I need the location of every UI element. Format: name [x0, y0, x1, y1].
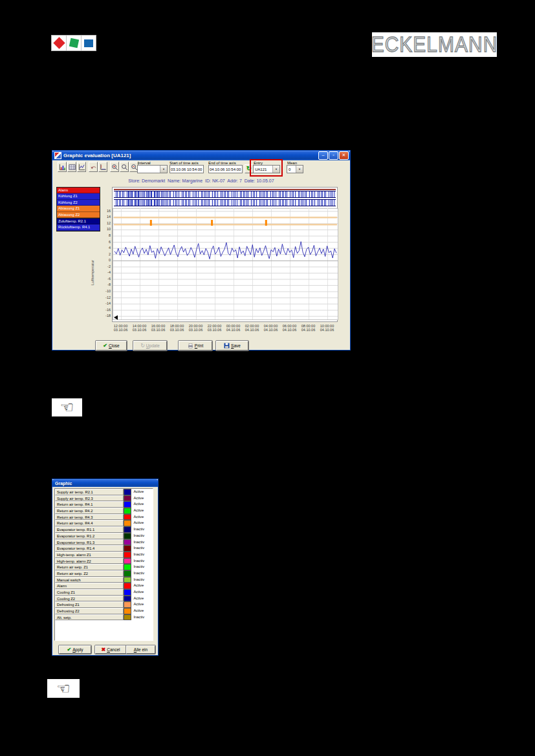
- close-icon[interactable]: ✕: [339, 151, 349, 160]
- axis-button[interactable]: [98, 162, 107, 172]
- end-time-value: 04.10.06 10:54:00: [210, 167, 241, 171]
- signal-color-swatch[interactable]: [124, 539, 132, 546]
- apply-button[interactable]: ✔Apply: [59, 645, 91, 654]
- signal-color-swatch[interactable]: [124, 558, 132, 565]
- signal-color-swatch[interactable]: [124, 583, 132, 589]
- refresh-button[interactable]: ↻: [245, 164, 254, 173]
- signal-label-button[interactable]: Return air setp. Z2: [55, 570, 124, 577]
- signal-label-button[interactable]: Evaporator temp. R1.2: [55, 533, 124, 539]
- signal-color-swatch[interactable]: [124, 577, 132, 583]
- signal-status: Active: [131, 583, 153, 589]
- undo-button[interactable]: [89, 162, 98, 172]
- window-titlebar[interactable]: Graphic: [52, 479, 158, 487]
- chart-toolbar: [58, 162, 139, 173]
- signal-label-button[interactable]: Cooling Z2: [55, 596, 124, 602]
- y-axis-ticks: 1614121086420-2-4-6-8-10-12-14-16-18: [98, 187, 111, 322]
- mean-select[interactable]: 0 ▼: [287, 165, 303, 173]
- signal-row: Defrosting Z1Active: [55, 601, 153, 608]
- signal-color-swatch[interactable]: [124, 495, 132, 502]
- y-tick-label: -6: [98, 277, 111, 281]
- signal-color-swatch[interactable]: [124, 508, 132, 514]
- entry-select[interactable]: UA121 ▼: [253, 165, 280, 173]
- x-tick-label: 16:00:0003.10.06: [149, 324, 168, 332]
- signal-row: Return air setp. Z2Inactiv: [55, 570, 153, 577]
- signal-color-swatch[interactable]: [124, 564, 132, 570]
- signal-label-button[interactable]: Return air setp. Z1: [55, 564, 124, 570]
- signal-color-swatch[interactable]: [124, 589, 132, 596]
- window-icon: [54, 152, 61, 159]
- y-tick-label: -18: [98, 314, 111, 318]
- signal-label-button[interactable]: Return air temp. R4.4: [55, 520, 124, 526]
- signal-label-button[interactable]: Return air temp. R4.2: [55, 508, 124, 514]
- y-tick-label: 2: [98, 252, 111, 256]
- cancel-button[interactable]: ✖Cancel: [95, 645, 126, 654]
- signal-color-swatch[interactable]: [124, 520, 132, 526]
- signal-color-swatch[interactable]: [124, 489, 132, 495]
- signal-row: Return air temp. R4.1Active: [55, 501, 153, 508]
- eckelmann-logo-text: ECKELMANN: [371, 33, 498, 57]
- zoom-in-button[interactable]: [110, 162, 119, 172]
- start-time-input[interactable]: 03.10.06 10:54:00: [169, 165, 204, 173]
- update-button[interactable]: ↻Update: [133, 341, 167, 351]
- refresh-icon: ↻: [246, 166, 252, 172]
- signal-label-button[interactable]: Supply air temp. R2.3: [55, 495, 124, 502]
- signal-color-swatch[interactable]: [124, 526, 132, 533]
- chevron-down-icon[interactable]: ▼: [272, 166, 279, 173]
- signal-color-swatch[interactable]: [124, 533, 132, 539]
- zoom-button[interactable]: [120, 162, 129, 172]
- signal-color-swatch[interactable]: [124, 501, 132, 508]
- signal-label-button[interactable]: Evaporator temp. R1.4: [55, 545, 124, 552]
- signal-label-button[interactable]: Manual switch: [55, 577, 124, 583]
- y-tick-label: 12: [98, 221, 111, 225]
- signal-label-button[interactable]: Return air temp. R4.3: [55, 514, 124, 521]
- signal-status: Inactiv: [131, 539, 153, 546]
- chevron-down-icon[interactable]: ▼: [296, 166, 303, 173]
- bar-chart-button[interactable]: [58, 162, 67, 172]
- minimize-button[interactable]: –: [318, 151, 328, 160]
- signal-row: Return air setp. Z1Inactiv: [55, 564, 153, 570]
- x-tick-label: 08:00:0004.10.06: [299, 324, 318, 332]
- signal-label-button[interactable]: Evaporator temp. R1.1: [55, 526, 124, 533]
- signal-label-button[interactable]: Alarm: [55, 583, 124, 589]
- signal-label-button[interactable]: Defrosting Z2: [55, 608, 124, 614]
- signal-color-swatch[interactable]: [124, 514, 132, 521]
- signal-row: Return air temp. R4.3Active: [55, 514, 153, 521]
- print-button[interactable]: Print: [179, 341, 212, 351]
- signal-list: Supply air temp. R2.1ActiveSupply air te…: [55, 489, 153, 620]
- alle-ein-button[interactable]: Alle ein: [126, 645, 155, 654]
- end-time-input[interactable]: 04.10.06 10:54:00: [208, 165, 243, 173]
- signal-color-swatch[interactable]: [124, 608, 132, 614]
- page: ECKELMANN Graphic evaluation [UA121] – ▫…: [0, 0, 535, 756]
- maximize-button[interactable]: ▫: [329, 151, 338, 160]
- signal-label-button[interactable]: Evaporator temp. R1.3: [55, 539, 124, 546]
- chevron-down-icon[interactable]: ▼: [160, 166, 167, 173]
- signal-color-swatch[interactable]: [124, 570, 132, 577]
- signal-label-button[interactable]: Defrosting Z1: [55, 601, 124, 608]
- signal-color-swatch[interactable]: [124, 596, 132, 602]
- x-tick-label: 04:00:0004.10.06: [261, 324, 281, 332]
- interval-select[interactable]: ▼: [137, 165, 168, 173]
- signal-label-button[interactable]: Supply air temp. R2.1: [55, 489, 124, 495]
- signal-color-swatch[interactable]: [124, 545, 132, 552]
- signal-label-button[interactable]: High-temp. alarm Z1: [55, 552, 124, 558]
- signal-label-button[interactable]: Cooling Z1: [55, 589, 124, 596]
- save-button[interactable]: Save: [216, 341, 248, 351]
- signal-status: Active: [131, 501, 153, 508]
- signal-color-swatch[interactable]: [124, 552, 132, 558]
- legend-item: Rücklufttemp. R4.1: [57, 224, 100, 230]
- logo-red-diamond-icon: [53, 37, 65, 49]
- close-button[interactable]: ✔Close: [96, 341, 127, 351]
- window-titlebar[interactable]: Graphic evaluation [UA121] – ▫ ✕: [52, 151, 350, 160]
- signal-label-button[interactable]: Alt. setp.: [55, 614, 124, 621]
- signal-color-swatch[interactable]: [124, 614, 132, 621]
- table-button[interactable]: [67, 162, 76, 172]
- signal-color-swatch[interactable]: [124, 601, 132, 608]
- eckelmann-logo: ECKELMANN: [372, 32, 497, 57]
- signal-label-button[interactable]: Return air temp. R4.1: [55, 501, 124, 508]
- x-tick-label: 22:00:0003.10.06: [205, 324, 224, 332]
- signal-status: Inactiv: [131, 545, 153, 552]
- signal-label-button[interactable]: High-temp. alarm Z2: [55, 558, 124, 565]
- line-chart-button[interactable]: [77, 162, 86, 172]
- chart-plot-area[interactable]: [112, 187, 338, 322]
- mean-value: 0: [287, 167, 292, 171]
